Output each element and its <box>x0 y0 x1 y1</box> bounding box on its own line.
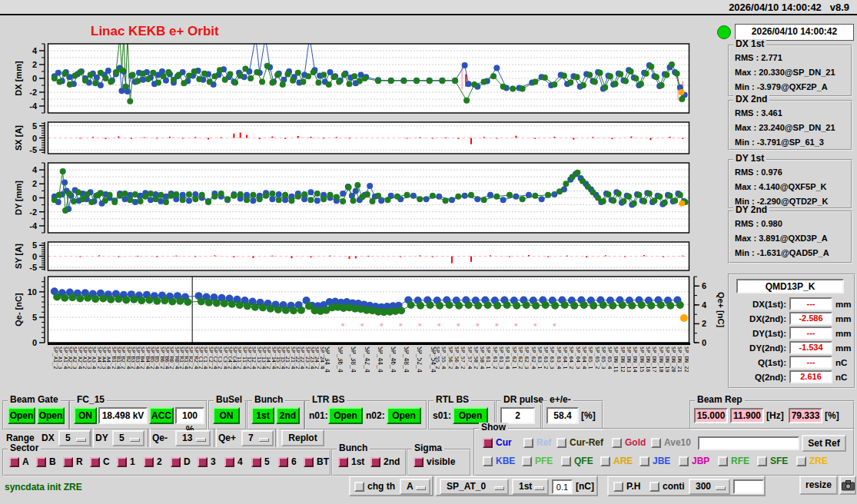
threshold-field[interactable]: 0.1 <box>552 479 573 494</box>
range-select-DY[interactable]: 5 <box>112 430 144 446</box>
bunch-select[interactable]: 1st <box>512 479 549 495</box>
svg-text:4: 4 <box>32 46 38 55</box>
range-select-Qe-[interactable]: 13 <box>175 430 211 446</box>
sp-select[interactable]: SP_AT_0 <box>440 479 509 495</box>
busel-on-button[interactable]: ON <box>213 407 240 424</box>
sector-checkbox-D[interactable] <box>171 457 181 467</box>
menu-dash-icon <box>494 486 504 490</box>
ltr-n01-label: n01: <box>309 410 328 421</box>
bunch-1st-button[interactable]: 1st <box>251 407 274 424</box>
range-label: Range <box>6 433 35 443</box>
show-checkbox-PFE[interactable] <box>522 456 532 466</box>
sector-label-5: 5 <box>264 456 270 467</box>
sector-label-1: 1 <box>130 456 135 467</box>
camera-icon <box>842 480 855 491</box>
stats-line: Max : 23.240@SP_DN_21 <box>729 121 851 135</box>
show-checkbox-Cur[interactable] <box>483 438 493 448</box>
separator <box>148 429 151 447</box>
chg-th-label: chg th <box>367 481 395 492</box>
sector-checkbox-B[interactable] <box>36 457 46 467</box>
sector-checkbox-2[interactable] <box>144 457 154 467</box>
ref-name-input[interactable] <box>698 436 799 450</box>
ltr-n01-button[interactable]: Open <box>328 407 363 424</box>
snapshot-button[interactable] <box>839 476 856 495</box>
eratio-label: e+/e- <box>547 395 573 405</box>
fc15-acc-button[interactable]: ACC <box>149 407 174 424</box>
ph-checkbox[interactable] <box>613 482 623 492</box>
bunch-checkbox-1st[interactable] <box>338 457 348 467</box>
show-checkbox-QFE[interactable] <box>561 456 571 466</box>
bpm-label: SP_48_4 <box>402 346 409 393</box>
stats-line: Max : 3.891@QXD3P_A <box>729 231 851 246</box>
show-checkbox-Gold[interactable] <box>612 438 622 448</box>
show-checkbox-JBE[interactable] <box>639 456 649 466</box>
separator <box>214 429 217 447</box>
bpm-label: SP_46_4 <box>389 346 396 393</box>
sector-checkbox-1[interactable] <box>117 457 127 467</box>
points-select[interactable]: 300 <box>689 479 730 495</box>
beam-rep-value-3: 79.333 <box>789 408 822 423</box>
sector-label-3: 3 <box>211 456 216 467</box>
show-label-Gold: Gold <box>625 437 646 448</box>
show-checkbox-JBP[interactable] <box>679 456 689 466</box>
chg-th-checkbox[interactable] <box>354 482 364 492</box>
svg-text:6: 6 <box>702 281 706 290</box>
range-select-Qe+[interactable]: 7 <box>241 430 274 446</box>
sector-checkbox-6[interactable] <box>278 457 288 467</box>
monitor-row-value: -2.586 <box>789 312 832 325</box>
status-message: syncdata init ZRE <box>5 482 82 492</box>
bunch-2nd-button[interactable]: 2nd <box>276 407 300 424</box>
show-checkbox-KBE[interactable] <box>483 456 493 466</box>
show-checkbox-SFE[interactable] <box>757 456 767 466</box>
svg-text:5: 5 <box>32 121 37 131</box>
show-checkbox-Ref[interactable] <box>523 438 533 448</box>
show-checkbox-ZRE[interactable] <box>796 456 806 466</box>
sector-label: Sector <box>8 443 41 453</box>
sector-group: Sector ABRC12D3456BT <box>2 449 331 476</box>
rtl-bs-label: RTL BS <box>433 395 471 405</box>
sector-checkbox-C[interactable] <box>90 457 100 467</box>
sigma-label-visible: visible <box>427 456 455 467</box>
show-checkbox-Ave10[interactable] <box>651 438 661 448</box>
sector-checkbox-BT[interactable] <box>304 457 314 467</box>
sector-checkbox-5[interactable] <box>251 457 261 467</box>
range-select-DX[interactable]: 5 <box>58 430 91 446</box>
svg-text:-5: -5 <box>29 263 37 272</box>
resize-button[interactable]: resize <box>799 476 838 495</box>
beam-gate-button-2[interactable]: Open <box>37 407 65 424</box>
bpm-monitor-name[interactable]: QMD13P_K <box>736 279 844 293</box>
ltr-n02-button[interactable]: Open <box>387 407 421 424</box>
conti-checkbox[interactable] <box>649 482 659 492</box>
sector-checkbox-A[interactable] <box>9 457 19 467</box>
bunch-show-group: Bunch 1st2nd <box>331 449 407 476</box>
sector-checkbox-3[interactable] <box>198 457 208 467</box>
svg-text:2: 2 <box>32 179 37 188</box>
bpm-monitor-panel: QMD13P_K DX(1st):---mmDX(2nd):-2.586mmDY… <box>728 274 855 389</box>
show-checkbox-Cur-Ref[interactable] <box>556 438 566 448</box>
free-input[interactable] <box>733 479 764 494</box>
beam-gate-button-1[interactable]: Open <box>8 407 35 424</box>
plot-DY: 420-2-4DY [mm] <box>14 163 689 233</box>
show-checkbox-RFE[interactable] <box>718 456 728 466</box>
show-group: Show CurRefCur-RefGoldAve10KBEPFEQFEAREJ… <box>473 428 855 476</box>
sector-checkbox-R[interactable] <box>63 457 73 467</box>
show-label-JBE: JBE <box>653 456 670 466</box>
chg-th-select[interactable]: A <box>400 479 430 495</box>
range-item-label-Qe-: Qe- <box>152 433 168 443</box>
stats-line: Max : 4.140@QXF5P_K <box>729 180 851 194</box>
monitor-row-value: --- <box>789 297 832 310</box>
y-axis-label: SX [A] <box>14 125 23 151</box>
show-checkbox-ARE[interactable] <box>600 456 610 466</box>
fc15-on-button[interactable]: ON <box>74 407 97 424</box>
replot-button[interactable]: Replot <box>281 429 324 446</box>
beam-rep-pct-unit: [%] <box>825 410 839 421</box>
ltr-bs-label: LTR BS <box>310 395 347 405</box>
sigma-checkbox-visible[interactable] <box>414 457 424 467</box>
svg-text:0: 0 <box>702 338 706 347</box>
sector-checkbox-4[interactable] <box>224 457 234 467</box>
stats-line: RMS : 0.980 <box>729 217 851 231</box>
bunch-checkbox-2nd[interactable] <box>370 457 380 467</box>
set-ref-button[interactable]: Set Ref <box>802 435 846 452</box>
monitor-row-label: DX(1st): <box>729 299 786 310</box>
bunch-select-group: Bunch 1st 2nd <box>247 400 305 430</box>
